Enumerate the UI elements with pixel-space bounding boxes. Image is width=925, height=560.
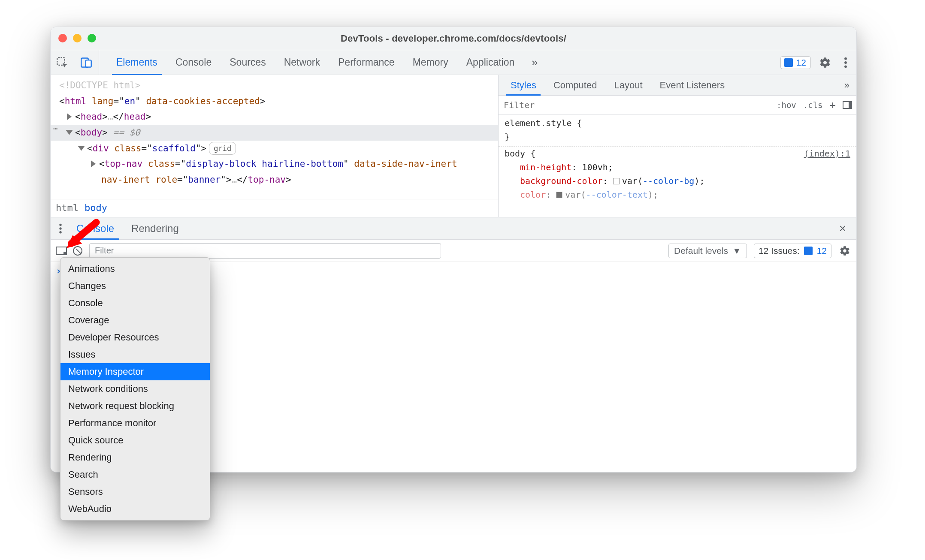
collapse-triangle-icon[interactable] (78, 146, 85, 151)
device-toolbar-icon[interactable] (79, 55, 94, 70)
tab-memory[interactable]: Memory (404, 50, 457, 75)
dom-line: <!DOCTYPE html> (51, 78, 498, 93)
log-levels-dropdown[interactable]: Default levels ▼ (668, 244, 747, 258)
svg-point-8 (59, 231, 61, 233)
panel-tabs: Elements Console Sources Network Perform… (108, 50, 541, 75)
styles-tab-computed[interactable]: Computed (545, 75, 606, 95)
computed-sidebar-icon[interactable] (843, 101, 852, 109)
svg-point-7 (59, 227, 61, 229)
menu-item-changes[interactable]: Changes (60, 277, 210, 295)
menu-item-network-request-blocking[interactable]: Network request blocking (60, 397, 210, 415)
styles-tab-styles[interactable]: Styles (502, 75, 545, 95)
dom-tree-panel[interactable]: <!DOCTYPE html> <html lang="en" data-coo… (51, 75, 499, 217)
dom-line: nav-inert role="banner">…</top-nav> (51, 172, 498, 188)
dom-line: <div class="scaffold">grid (51, 141, 498, 157)
drawer-tab-rendering[interactable]: Rendering (123, 217, 187, 239)
issues-count: 12 (796, 57, 806, 68)
breadcrumb-item[interactable]: body (85, 200, 107, 216)
menu-item-developer-resources[interactable]: Developer Resources (60, 329, 210, 346)
hov-toggle[interactable]: :hov (777, 100, 796, 110)
dom-line: <top-nav class="display-block hairline-b… (51, 156, 498, 172)
styles-tab-layout[interactable]: Layout (605, 75, 651, 95)
expand-triangle-icon[interactable] (91, 160, 96, 167)
dom-line-selected: <body> == $0 (51, 125, 498, 141)
color-swatch-icon[interactable] (556, 192, 562, 198)
svg-point-6 (59, 223, 61, 226)
doctype-text: <!DOCTYPE html> (59, 80, 141, 90)
expand-triangle-icon[interactable] (67, 113, 72, 120)
gutter-ellipsis: ⋯ (51, 122, 58, 135)
main-toolbar: Elements Console Sources Network Perform… (51, 50, 856, 75)
menu-item-quick-source[interactable]: Quick source (60, 432, 210, 449)
drawer-close-icon[interactable]: × (831, 222, 854, 235)
zoom-window-button[interactable] (88, 34, 96, 42)
close-window-button[interactable] (58, 34, 67, 42)
color-swatch-icon[interactable] (613, 178, 620, 184)
console-settings-icon[interactable] (838, 244, 851, 257)
more-options-icon[interactable] (839, 56, 852, 69)
tab-sources[interactable]: Sources (221, 50, 274, 75)
traffic-lights (58, 34, 96, 42)
svg-point-4 (844, 61, 847, 64)
menu-item-animations[interactable]: Animations (60, 260, 210, 277)
dom-breadcrumbs: html body (51, 199, 498, 217)
new-style-rule-icon[interactable]: + (830, 99, 836, 111)
message-icon (804, 247, 813, 255)
titlebar: DevTools - developer.chrome.com/docs/dev… (51, 27, 856, 50)
svg-point-3 (844, 57, 847, 60)
minimize-window-button[interactable] (73, 34, 82, 42)
rule-source-link[interactable]: (index):1 (804, 147, 850, 160)
menu-item-issues[interactable]: Issues (60, 346, 210, 363)
issues-button[interactable]: 12 Issues: 12 (754, 244, 831, 258)
menu-item-search[interactable]: Search (60, 466, 210, 483)
svg-rect-2 (86, 60, 91, 67)
message-icon (784, 58, 793, 67)
console-filter-input[interactable]: Filter (89, 243, 441, 259)
menu-item-network-conditions[interactable]: Network conditions (60, 380, 210, 397)
tabs-overflow-icon[interactable]: » (528, 56, 541, 69)
chevron-down-icon: ▼ (732, 246, 741, 256)
menu-item-rendering[interactable]: Rendering (60, 449, 210, 466)
style-rule[interactable]: (index):1 body { min-height: 100vh; back… (499, 147, 856, 204)
styles-panel: Styles Computed Layout Event Listeners »… (499, 75, 856, 217)
breadcrumb-item[interactable]: html (56, 200, 79, 216)
settings-icon[interactable] (819, 56, 831, 69)
menu-item-coverage[interactable]: Coverage (60, 312, 210, 329)
issues-pill[interactable]: 12 (780, 56, 811, 69)
collapse-triangle-icon[interactable] (66, 130, 73, 135)
menu-item-sensors[interactable]: Sensors (60, 483, 210, 500)
more-tools-menu: Animations Changes Console Coverage Deve… (60, 257, 210, 521)
tab-network[interactable]: Network (275, 50, 329, 75)
menu-item-webaudio[interactable]: WebAudio (60, 500, 210, 518)
dom-line: <html lang="en" data-cookies-accepted> (51, 93, 498, 109)
tab-elements[interactable]: Elements (108, 50, 166, 75)
menu-item-memory-inspector[interactable]: Memory Inspector (60, 363, 210, 380)
menu-item-console[interactable]: Console (60, 295, 210, 312)
style-rule[interactable]: element.style { } (499, 116, 856, 147)
styles-tab-eventlisteners[interactable]: Event Listeners (651, 75, 734, 95)
tab-console[interactable]: Console (167, 50, 220, 75)
styles-filter-input[interactable] (499, 96, 772, 114)
styles-tabs-overflow-icon[interactable]: » (841, 80, 853, 91)
annotation-arrow-icon (63, 217, 102, 257)
cls-toggle[interactable]: .cls (803, 100, 823, 110)
inspect-element-icon[interactable] (55, 55, 70, 70)
menu-item-performance-monitor[interactable]: Performance monitor (60, 415, 210, 432)
tab-performance[interactable]: Performance (329, 50, 403, 75)
svg-point-5 (844, 65, 847, 68)
tab-application[interactable]: Application (458, 50, 523, 75)
grid-badge[interactable]: grid (209, 142, 236, 155)
dom-line: <head>…</head> (51, 109, 498, 125)
window-title: DevTools - developer.chrome.com/docs/dev… (341, 33, 566, 44)
